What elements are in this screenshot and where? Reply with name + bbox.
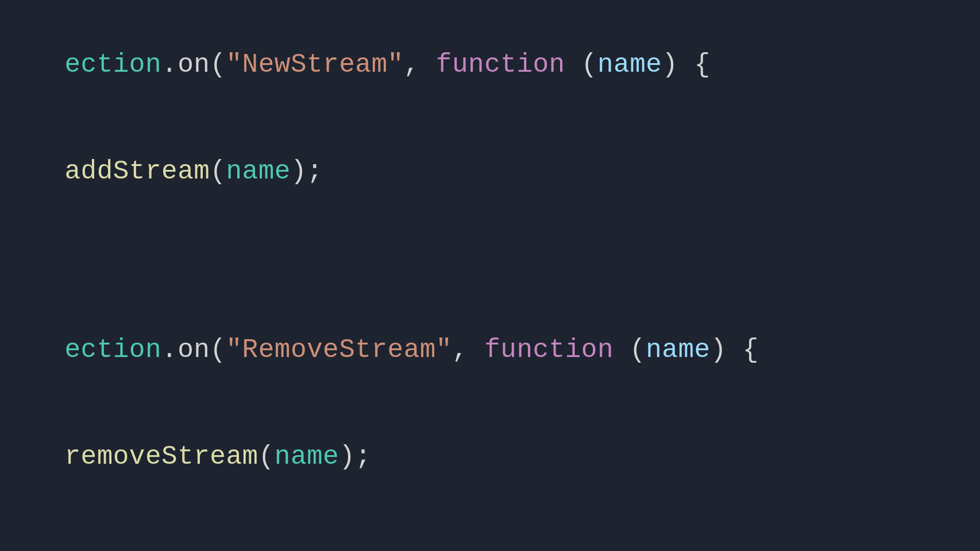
token: ) {	[662, 50, 710, 80]
code-line-1: ection.on("NewStream", function (name) {	[0, 11, 980, 118]
token: addStream	[64, 157, 210, 187]
token: "RemoveStream"	[226, 335, 452, 365]
token: ection	[64, 50, 161, 80]
token: name	[275, 442, 339, 472]
code-editor: ection.on("NewStream", function (name) {…	[0, 0, 980, 551]
token: function	[484, 335, 614, 365]
token: "NewStream"	[226, 50, 403, 80]
token: name	[646, 335, 710, 365]
token: (	[614, 335, 646, 365]
token: ) {	[711, 335, 759, 365]
code-line-2: addStream(name);	[0, 118, 980, 225]
code-line-4: removeStream(name);	[0, 403, 980, 510]
blank-line	[0, 226, 980, 261]
token: removeStream	[64, 442, 258, 472]
token: name	[597, 50, 662, 80]
token: ,	[452, 335, 484, 365]
token: .on(	[161, 335, 226, 365]
blank-line	[0, 261, 980, 297]
token: function	[436, 50, 565, 80]
token: ,	[404, 50, 436, 80]
code-line-3: ection.on("RemoveStream", function (name…	[0, 297, 980, 403]
token: );	[339, 442, 371, 472]
blank-line	[0, 510, 980, 546]
token: );	[291, 157, 323, 187]
token: (	[565, 50, 597, 80]
token: (	[258, 442, 275, 472]
blank-line	[0, 546, 980, 551]
token: (	[210, 157, 226, 187]
token: ection	[64, 335, 161, 365]
token: name	[226, 157, 290, 187]
token: .on(	[161, 50, 226, 80]
